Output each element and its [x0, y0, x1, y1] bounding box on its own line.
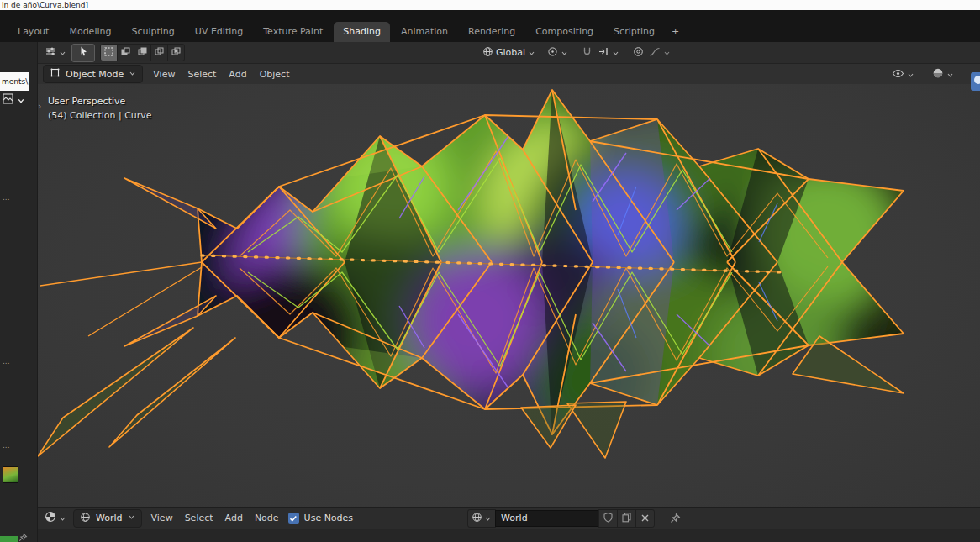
shader-editor-canvas[interactable] [38, 529, 980, 542]
menu-select[interactable]: Select [185, 67, 219, 82]
concentric-circles-icon [633, 45, 644, 61]
shader-editor-header: World View Select Add Node Use Nodes [38, 507, 980, 529]
rendered-sphere-icon [971, 72, 980, 87]
chevron-down-icon [561, 45, 568, 61]
rendered-shading-active-button[interactable] [971, 72, 980, 91]
snap-target-icon [598, 45, 609, 61]
menu-node[interactable]: Node [252, 511, 282, 525]
checkbox-checked-icon [288, 513, 299, 524]
pivot-point-icon [547, 45, 558, 61]
world-globe-icon [80, 512, 91, 525]
window-title: in de año\Curva.blend] [2, 1, 88, 9]
mode-dropdown[interactable]: Object Mode [43, 65, 143, 83]
pin-icon-small[interactable] [18, 529, 28, 542]
curve-object-render [38, 84, 980, 507]
chevron-down-icon [17, 92, 25, 108]
shader-context-label: World [96, 513, 123, 524]
left-datablock-selector[interactable] [2, 92, 25, 108]
browse-world-button[interactable] [467, 509, 496, 528]
magnet-icon [582, 45, 593, 61]
overlap-squares-icon [154, 45, 165, 61]
left-editor-strip: ments\ ... ... ... [0, 42, 38, 542]
select-mode-invert-button[interactable] [150, 44, 168, 61]
left-list-item[interactable]: ... [3, 441, 10, 450]
image-thumbnail[interactable] [3, 466, 18, 483]
tab-layout[interactable]: Layout [8, 22, 58, 42]
chevron-down-icon [528, 45, 535, 61]
use-nodes-checkbox[interactable]: Use Nodes [288, 513, 354, 524]
tab-texture-paint[interactable]: Texture Paint [254, 22, 332, 42]
pivot-dropdown[interactable] [547, 45, 568, 61]
tab-uv-editing[interactable]: UV Editing [186, 22, 252, 42]
snap-toggle[interactable] [582, 45, 593, 61]
add-workspace-button[interactable]: + [666, 22, 685, 42]
chevron-down-icon [612, 45, 619, 61]
tab-animation[interactable]: Animation [392, 22, 457, 42]
falloff-curve-icon [649, 45, 661, 61]
pin-icon[interactable] [670, 513, 681, 524]
select-mode-set-button[interactable] [100, 44, 118, 61]
menu-select[interactable]: Select [182, 511, 216, 525]
proportional-editing-toggle[interactable] [633, 45, 644, 61]
orientation-dropdown[interactable]: Global [482, 45, 535, 61]
chevron-down-icon [907, 66, 914, 82]
fake-user-button[interactable] [598, 509, 618, 528]
menu-add[interactable]: Add [226, 67, 249, 82]
shader-context-dropdown[interactable]: World [73, 509, 142, 528]
shield-icon [603, 510, 614, 526]
new-datablock-button[interactable] [617, 509, 636, 528]
menu-object[interactable]: Object [257, 67, 292, 82]
left-list-item[interactable]: ... [3, 357, 10, 366]
path-text: ments\ [2, 77, 28, 86]
window-title-bar: in de año\Curva.blend] [0, 0, 980, 10]
world-globe-icon [472, 510, 482, 526]
pages-icon [621, 510, 632, 526]
tab-compositing[interactable]: Compositing [526, 22, 603, 42]
left-path-fragment: ments\ [0, 72, 29, 91]
tab-scripting[interactable]: Scripting [604, 22, 664, 42]
object-mode-icon [50, 67, 61, 81]
menu-add[interactable]: Add [223, 511, 245, 525]
image-icon [2, 92, 14, 108]
editor-tool-selector[interactable] [45, 45, 66, 61]
shading-workspace-area: Global [38, 42, 980, 542]
use-nodes-label: Use Nodes [304, 513, 354, 524]
select-mode-extend-button[interactable] [117, 44, 134, 61]
taskbar-fragment [0, 536, 18, 542]
menu-view[interactable]: View [149, 511, 176, 525]
tab-shading[interactable]: Shading [334, 22, 390, 42]
eye-icon [892, 66, 904, 82]
viewport-collection-label: (54) Collection | Curve [48, 110, 152, 121]
close-icon [640, 510, 650, 526]
chevron-down-icon [59, 45, 66, 61]
dashed-square-icon [103, 45, 114, 61]
workspace-tabs-bar: Layout Modeling Sculpting UV Editing Tex… [0, 10, 980, 42]
editor-type-selector[interactable] [45, 510, 66, 526]
falloff-dropdown[interactable] [649, 45, 671, 61]
visibility-dropdown[interactable] [892, 66, 914, 82]
mode-label: Object Mode [66, 69, 124, 80]
cursor-arrow-icon [78, 45, 89, 61]
select-mode-subtract-button[interactable] [134, 44, 151, 61]
chevron-down-icon [59, 510, 66, 526]
left-list-item[interactable]: ... [3, 193, 10, 202]
select-mode-intersect-button[interactable] [167, 44, 185, 61]
world-id-block [467, 509, 655, 528]
shading-mode-dropdown[interactable] [932, 66, 954, 82]
viewport-header: Object Mode View Select Add Object [38, 64, 980, 84]
select-mode-group [100, 44, 185, 61]
tab-rendering[interactable]: Rendering [459, 22, 524, 42]
toolbar-toggle-arrow[interactable]: › [38, 101, 41, 112]
tab-modeling[interactable]: Modeling [60, 22, 120, 42]
chevron-down-icon [663, 45, 671, 61]
chevron-down-icon [946, 66, 954, 82]
active-tool-button[interactable] [71, 44, 95, 62]
tool-settings-icon [45, 45, 56, 61]
menu-view[interactable]: View [150, 67, 177, 82]
tab-sculpting[interactable]: Sculpting [122, 22, 183, 42]
overlap-squares-icon [171, 45, 182, 61]
snap-target-dropdown[interactable] [598, 45, 619, 61]
3d-viewport[interactable]: › User Perspective (54) Collection | Cur… [38, 84, 980, 507]
unlink-button[interactable] [635, 509, 655, 528]
world-name-field[interactable] [495, 510, 599, 527]
